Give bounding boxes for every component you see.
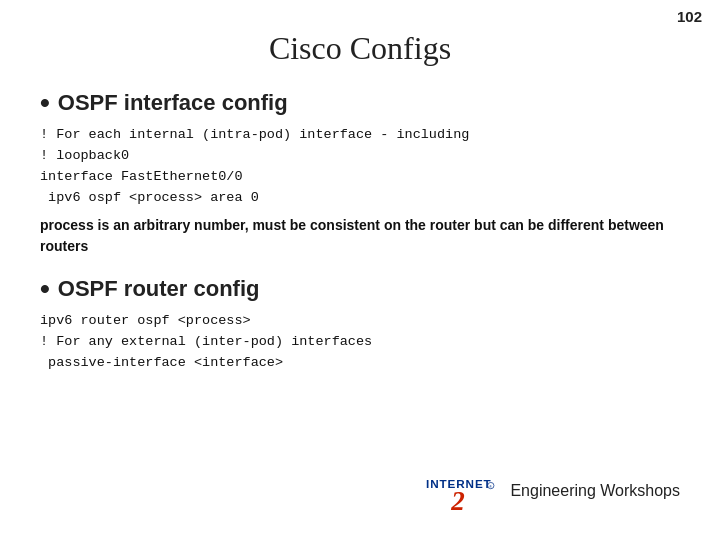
section1-note: process is an arbitrary number, must be … [40,215,680,257]
section2-heading: • OSPF router config [40,275,680,303]
engineering-workshops-label: Engineering Workshops [510,482,680,500]
internet2-logo: INTERNET ® 2 [426,470,498,512]
section1-heading: • OSPF interface config [40,89,680,117]
page-number: 102 [677,8,702,25]
bullet2: • [40,275,50,303]
footer: INTERNET ® 2 Engineering Workshops [426,470,680,512]
bullet1: • [40,89,50,117]
slide-title: Cisco Configs [40,30,680,67]
svg-text:2: 2 [451,486,466,512]
section2-code: ipv6 router ospf <process> ! For any ext… [40,311,680,374]
svg-text:®: ® [490,485,493,489]
section2-title: OSPF router config [58,276,260,302]
section1-code: ! For each internal (intra-pod) interfac… [40,125,680,209]
section1-title: OSPF interface config [58,90,288,116]
